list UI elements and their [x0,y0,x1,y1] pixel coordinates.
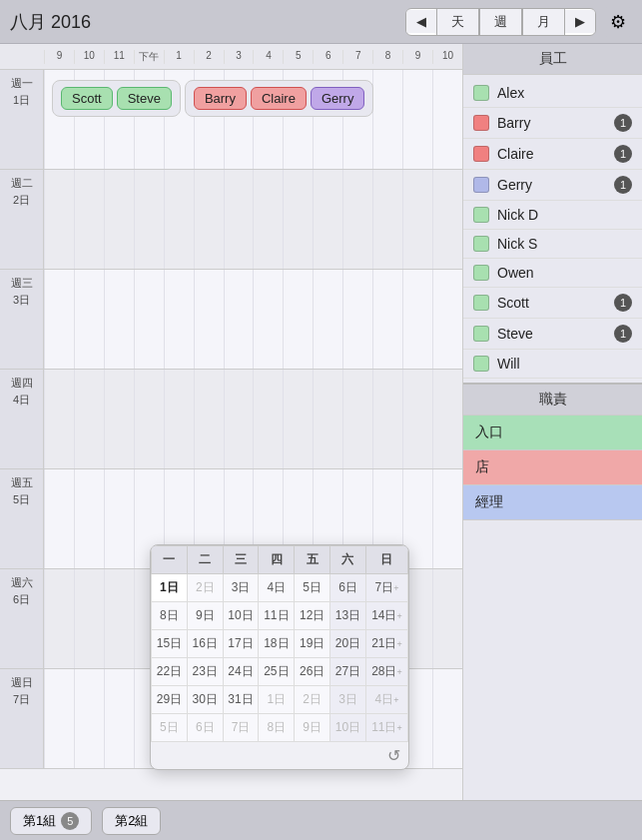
mini-cal-day[interactable]: 14日+ [365,602,407,630]
staff-name: Steve [497,326,606,342]
staff-name: Nick S [497,236,632,252]
mini-cal-day[interactable]: 21日+ [365,630,407,658]
staff-badge: 1 [614,176,632,194]
event-chip[interactable]: Barry [194,87,247,110]
next-button[interactable]: ▶ [565,10,595,33]
mini-cal-day[interactable]: 25日 [259,658,295,686]
mini-cal-day[interactable]: 5日 [152,714,188,742]
month-button[interactable]: 月 [522,9,565,35]
mini-cal-day[interactable]: 20日 [330,630,366,658]
day-label: 週六6日 [0,569,44,668]
day-content[interactable]: ScottSteveBarryClaireGerry [44,70,462,169]
mini-cal-day[interactable]: 27日 [330,658,366,686]
mini-cal-day[interactable]: 1日 [259,686,295,714]
event-chip[interactable]: Claire [251,87,307,110]
mini-cal-day[interactable]: 10日 [223,602,259,630]
prev-button[interactable]: ◀ [406,10,436,33]
day-button[interactable]: 天 [436,9,479,35]
event-chip[interactable]: Gerry [311,87,365,110]
mini-cal-day[interactable]: 12日 [295,602,330,630]
time-slot-label: 9 [44,50,74,64]
staff-item[interactable]: Gerry1 [463,170,642,201]
mini-cal-day[interactable]: 16日 [187,630,223,658]
staff-badge: 1 [614,114,632,132]
gear-button[interactable]: ⚙ [604,7,632,37]
staff-name: Claire [497,146,606,162]
mini-cal-day[interactable]: 9日 [295,714,330,742]
time-slot-label: 5 [283,50,313,64]
mini-cal-day[interactable]: 4日+ [365,686,407,714]
mini-cal-day[interactable]: 7日 [223,714,259,742]
event-group[interactable]: ScottSteve [52,80,181,117]
role-item[interactable]: 入口 [463,416,642,450]
staff-name: Will [497,356,632,372]
mini-cal-day[interactable]: 2日 [295,686,330,714]
mini-cal-header: 六 [330,546,366,574]
staff-item[interactable]: Steve1 [463,319,642,350]
time-slot-label: 4 [253,50,283,64]
day-num: 6日 [13,592,30,607]
bottom-bar: 第1組 5 第2組 [0,800,642,840]
staff-item[interactable]: Will [463,350,642,379]
mini-cal-day[interactable]: 9日 [187,602,223,630]
mini-cal-day[interactable]: 2日 [187,574,223,602]
mini-cal-day[interactable]: 19日 [295,630,330,658]
role-item[interactable]: 經理 [463,485,642,520]
mini-cal-day[interactable]: 15日 [152,630,188,658]
mini-cal-day[interactable]: 29日 [152,686,188,714]
mini-cal-day[interactable]: 11日 [259,602,295,630]
time-slot-label: 3 [224,50,254,64]
staff-item[interactable]: Owen [463,259,642,288]
time-slot-label: 下午 [134,50,164,64]
group1-tab[interactable]: 第1組 5 [10,807,92,835]
staff-item[interactable]: Claire1 [463,139,642,170]
mini-cal-day[interactable]: 30日 [187,686,223,714]
mini-cal-day[interactable]: 4日 [259,574,295,602]
staff-item[interactable]: Scott1 [463,288,642,319]
event-chip[interactable]: Scott [61,87,113,110]
mini-cal-day[interactable]: 24日 [223,658,259,686]
mini-cal-day[interactable]: 22日 [152,658,188,686]
day-name: 週日 [11,675,33,690]
staff-item[interactable]: Barry1 [463,108,642,139]
day-content[interactable] [44,270,462,369]
mini-cal-refresh[interactable]: ↺ [151,742,408,769]
event-group[interactable]: BarryClaireGerry [185,80,374,117]
mini-calendar[interactable]: 一二三四五六日1日2日3日4日5日6日7日+8日9日10日11日12日13日14… [150,544,409,770]
mini-cal-day[interactable]: 13日 [330,602,366,630]
mini-cal-day[interactable]: 3日 [223,574,259,602]
day-content[interactable] [44,170,462,269]
staff-item[interactable]: Nick S [463,230,642,259]
staff-item[interactable]: Alex [463,79,642,108]
mini-cal-day[interactable]: 10日 [330,714,366,742]
time-slot-label: 1 [164,50,194,64]
time-cols: 91011下午12345678910 [44,50,462,64]
mini-cal-day[interactable]: 17日 [223,630,259,658]
mini-cal-day[interactable]: 28日+ [365,658,407,686]
mini-cal-day[interactable]: 11日+ [365,714,407,742]
role-item[interactable]: 店 [463,450,642,485]
week-button[interactable]: 週 [479,9,522,35]
mini-cal-day[interactable]: 1日 [152,574,188,602]
mini-cal-day[interactable]: 8日 [259,714,295,742]
group2-tab[interactable]: 第2組 [102,807,161,835]
mini-cal-day[interactable]: 26日 [295,658,330,686]
mini-cal-day[interactable]: 18日 [259,630,295,658]
mini-cal-day[interactable]: 5日 [295,574,330,602]
mini-cal-day[interactable]: 23日 [187,658,223,686]
mini-cal-day[interactable]: 6日 [187,714,223,742]
staff-item[interactable]: Nick D [463,201,642,230]
day-content[interactable] [44,370,462,468]
mini-cal-day[interactable]: 3日 [330,686,366,714]
time-slot-label: 10 [432,50,462,64]
time-slot-label: 11 [104,50,134,64]
mini-cal-day[interactable]: 7日+ [365,574,407,602]
mini-cal-day[interactable]: 31日 [223,686,259,714]
day-row: 週四4日 [0,370,462,469]
staff-name: Nick D [497,207,632,223]
time-slot-label: 10 [74,50,104,64]
mini-cal-day[interactable]: 8日 [152,602,188,630]
mini-cal-day[interactable]: 6日 [330,574,366,602]
event-chip[interactable]: Steve [117,87,172,110]
staff-color-box [473,85,489,101]
